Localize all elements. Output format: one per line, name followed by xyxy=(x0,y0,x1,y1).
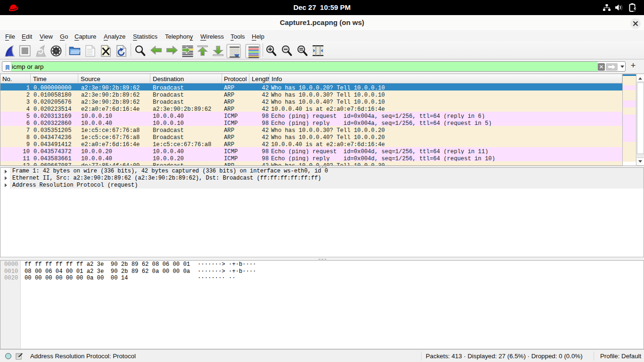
svg-text:0111: 0111 xyxy=(87,53,92,56)
